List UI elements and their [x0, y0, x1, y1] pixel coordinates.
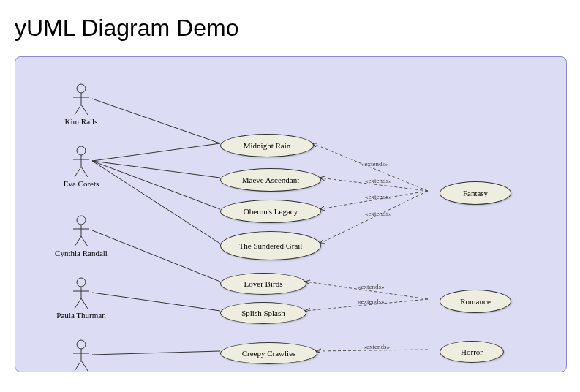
usecase-label: Romance: [460, 297, 491, 306]
diagram-canvas: Kim Ralls Eva Corets Cynthia Randall Pau…: [15, 56, 567, 372]
extends-label: «extends»: [365, 210, 392, 217]
svg-point-15: [77, 278, 86, 287]
svg-line-8: [75, 167, 81, 177]
extends-label: «extends»: [358, 283, 385, 290]
actor-label: Kim Ralls: [52, 117, 110, 126]
stick-figure-icon: [70, 339, 92, 372]
extends-label: «extends»: [365, 193, 392, 200]
stick-figure-icon: [70, 83, 92, 116]
association-line: [92, 99, 220, 143]
svg-line-13: [75, 236, 81, 246]
svg-line-4: [81, 105, 88, 115]
usecase-label: Splish Splash: [241, 309, 285, 317]
usecase-creepy: Creepy Crawlies: [220, 342, 317, 364]
association-line: [92, 143, 220, 161]
stick-figure-icon: [70, 214, 92, 247]
svg-line-18: [75, 298, 81, 309]
extends-label: «extends»: [361, 160, 388, 167]
usecase-label: Midnight Rain: [244, 141, 290, 150]
stick-figure-icon: [70, 145, 92, 178]
svg-line-3: [75, 105, 81, 115]
extends-label: «extends»: [364, 343, 391, 350]
actor-anon: [52, 339, 110, 372]
actor-label: Cynthia Randall: [52, 249, 110, 257]
usecase-romance: Romance: [440, 290, 511, 313]
svg-point-0: [77, 84, 86, 93]
usecase-maeve: Maeve Ascendant: [220, 168, 321, 192]
association-line: [92, 230, 220, 282]
actor-label: Paula Thurman: [52, 311, 110, 320]
page-title: yUML Diagram Demo: [15, 15, 565, 42]
actor-cynthia: Cynthia Randall: [52, 214, 110, 257]
usecase-label: The Sundered Grail: [239, 241, 303, 250]
actor-kim: Kim Ralls: [52, 83, 110, 126]
usecase-horror: Horror: [440, 341, 504, 363]
association-line: [92, 351, 220, 355]
actor-eva: Eva Corets: [52, 145, 110, 188]
usecase-oberon: Oberon's Legacy: [220, 200, 321, 223]
usecase-label: Maeve Ascendant: [242, 176, 300, 184]
usecase-label: Horror: [461, 347, 483, 356]
actor-paula: Paula Thurman: [52, 276, 110, 320]
usecase-fantasy: Fantasy: [440, 181, 511, 205]
usecase-grail: The Sundered Grail: [220, 231, 321, 260]
usecase-midnight: Midnight Rain: [220, 134, 314, 157]
usecase-label: Creepy Crawlies: [242, 349, 296, 358]
extends-label: «extends»: [365, 177, 392, 184]
usecase-label: Oberon's Legacy: [244, 207, 298, 216]
association-line: [92, 161, 220, 178]
stick-figure-icon: [70, 276, 92, 309]
svg-line-23: [75, 361, 81, 371]
svg-point-20: [77, 340, 86, 349]
extends-label: «extends»: [358, 298, 385, 305]
usecase-splish: Splish Splash: [220, 302, 306, 324]
svg-line-19: [81, 298, 88, 309]
association-line: [92, 161, 220, 209]
svg-line-14: [81, 236, 88, 246]
usecase-label: Lover Birds: [244, 279, 283, 288]
association-line: [92, 161, 220, 244]
actor-label: Eva Corets: [52, 179, 110, 188]
association-line: [92, 293, 220, 311]
svg-point-10: [77, 216, 86, 225]
svg-line-24: [81, 361, 88, 371]
svg-point-5: [77, 146, 86, 155]
usecase-label: Fantasy: [463, 189, 488, 197]
usecase-lover: Lover Birds: [220, 273, 306, 295]
svg-line-9: [81, 167, 88, 177]
